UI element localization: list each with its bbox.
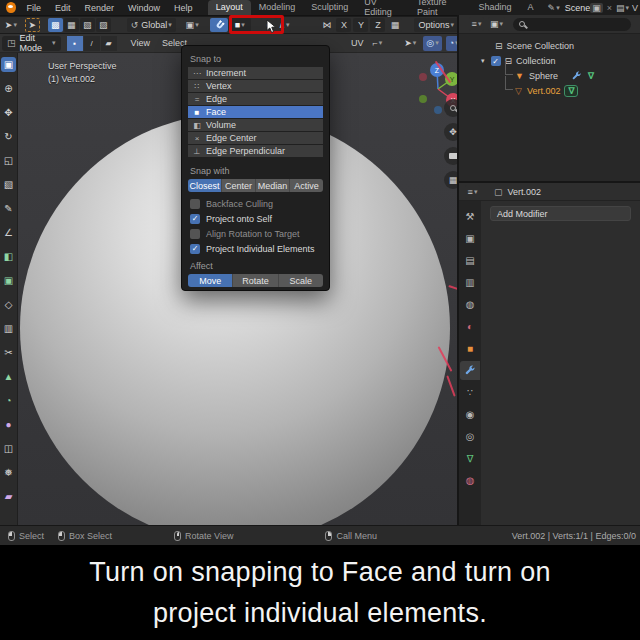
tool-shear[interactable]: ▰	[1, 489, 16, 504]
toggle-align-rotation[interactable]: Align Rotation to Target	[188, 226, 323, 241]
mirror-y-button[interactable]: Y	[353, 18, 368, 32]
menu-edit[interactable]: Edit	[48, 3, 78, 13]
tool-edge-slide[interactable]: ◫	[1, 441, 16, 456]
tab-object[interactable]: ■	[460, 339, 480, 358]
tab-particles[interactable]: ∵	[460, 383, 480, 402]
outliner-row-collection[interactable]: ▾ ✓ ⊟ Collection	[481, 54, 556, 68]
snap-item-face[interactable]: ■Face	[188, 106, 323, 118]
cursor-tool-icon[interactable]: ➤	[25, 18, 40, 32]
tab-layout[interactable]: Layout	[208, 0, 251, 15]
tab-material[interactable]: ◍	[460, 471, 480, 490]
checkbox-checked-icon[interactable]: ✓	[190, 214, 200, 224]
tab-sculpting[interactable]: Sculpting	[303, 0, 356, 15]
tab-modeling[interactable]: Modeling	[251, 0, 304, 15]
tool-transform[interactable]: ▧	[1, 177, 16, 192]
affect-scale[interactable]: Scale	[279, 274, 323, 287]
viewport-dropdown-icon[interactable]: ⌐▾	[369, 36, 385, 51]
tool-scale[interactable]: ◱	[1, 153, 16, 168]
collection-checkbox-icon[interactable]: ✓	[491, 56, 501, 66]
chevron-down-icon[interactable]: ▾	[556, 4, 560, 12]
tab-tool[interactable]: ⚒	[460, 207, 480, 226]
scene-name[interactable]: Scene	[565, 3, 591, 13]
outliner-search-input[interactable]	[513, 18, 631, 31]
select-mode-extend-icon[interactable]: ▦	[64, 18, 79, 32]
tool-move[interactable]: ✥	[1, 105, 16, 120]
options-dropdown[interactable]: Options▾	[414, 18, 458, 32]
view-layer-icon[interactable]: ▤	[616, 3, 625, 13]
affect-rotate[interactable]: Rotate	[233, 274, 278, 287]
show-gizmos-icon[interactable]: ➤▾	[401, 36, 419, 51]
outliner-display-mode-icon[interactable]: ≡▾	[469, 17, 484, 31]
snap-with-closest[interactable]: Closest	[188, 179, 222, 192]
toggle-project-individual-elements[interactable]: ✓ Project Individual Elements	[188, 241, 323, 256]
outliner-row-sphere[interactable]: ▼ Sphere ∇	[515, 69, 594, 83]
tool-spin[interactable]: ◔	[1, 393, 16, 408]
snap-target-face-icon[interactable]: ■▾	[228, 18, 251, 32]
tab-animation-cut[interactable]: A	[520, 0, 542, 15]
checkbox-icon[interactable]	[190, 229, 200, 239]
show-overlays-icon[interactable]: ◎▾	[423, 36, 441, 51]
face-select-mode-icon[interactable]: ▰	[101, 36, 117, 51]
scene-icon[interactable]: ✎	[548, 3, 556, 13]
menu-view[interactable]: View	[125, 38, 156, 48]
checkbox-icon[interactable]	[190, 199, 200, 209]
orientation-dropdown[interactable]: ↺ Global ▾	[127, 18, 176, 32]
tab-view-layer[interactable]: ▥	[460, 273, 480, 292]
outliner-filter-icon[interactable]: ▣▾	[488, 17, 505, 31]
snap-with-active[interactable]: Active	[290, 179, 323, 192]
tool-measure[interactable]: ∠	[1, 225, 16, 240]
affect-move[interactable]: Move	[188, 274, 233, 287]
mirror-z-button[interactable]: Z	[370, 18, 385, 32]
tool-shrink-fatten[interactable]: ❅	[1, 465, 16, 480]
modifier-wrench-icon[interactable]	[572, 71, 582, 81]
menu-help[interactable]: Help	[167, 3, 200, 13]
pivot-point-icon[interactable]: ▣▾	[184, 18, 201, 32]
edge-select-mode-icon[interactable]: /	[84, 36, 100, 51]
tool-rotate[interactable]: ↻	[1, 129, 16, 144]
tool-cursor[interactable]: ⊕	[1, 81, 16, 96]
snap-item-edge-perpendicular[interactable]: ⊥Edge Perpendicular	[188, 145, 323, 157]
tab-modifiers[interactable]	[460, 361, 480, 380]
gizmo-neg-x-dot[interactable]	[419, 73, 427, 81]
tab-scene[interactable]: ◍	[460, 295, 480, 314]
tool-extrude-region[interactable]: ◧	[1, 249, 16, 264]
tool-poly-build[interactable]: ▲	[1, 369, 16, 384]
outliner-row-vert002[interactable]: ▽ Vert.002 ∇	[515, 84, 578, 98]
blender-logo-icon[interactable]	[6, 2, 16, 13]
mirror-x-button[interactable]: X	[336, 18, 351, 32]
snap-with-median[interactable]: Median	[256, 179, 290, 192]
tab-object-data[interactable]: ∇	[460, 449, 480, 468]
gizmo-neg-z-dot[interactable]	[434, 106, 442, 114]
tab-world[interactable]: ◐	[460, 317, 480, 336]
select-mode-intersect-icon[interactable]: ▨	[96, 18, 111, 32]
checkbox-checked-icon[interactable]: ✓	[190, 244, 200, 254]
tab-output[interactable]: ▤	[460, 251, 480, 270]
mesh-data-icon[interactable]: ∇	[588, 71, 594, 81]
menu-render[interactable]: Render	[78, 3, 122, 13]
snap-item-edge-center[interactable]: ×Edge Center	[188, 132, 323, 144]
snap-item-edge[interactable]: =Edge	[188, 93, 323, 105]
toggle-backface-culling[interactable]: Backface Culling	[188, 196, 323, 211]
disclosure-triangle-icon[interactable]: ▾	[481, 57, 485, 65]
new-scene-icon[interactable]: ▣	[590, 3, 603, 13]
snap-item-increment[interactable]: ⋯Increment	[188, 67, 323, 79]
gizmo-neg-y-dot[interactable]	[419, 95, 427, 103]
mode-dropdown[interactable]: ◳ Edit Mode ▾	[2, 36, 61, 51]
menu-window[interactable]: Window	[121, 3, 167, 13]
tab-shading[interactable]: Shading	[471, 0, 520, 15]
toggle-perspective-icon[interactable]: ▦	[444, 171, 457, 189]
snap-item-vertex[interactable]: ∷Vertex	[188, 80, 323, 92]
vertex-select-mode-icon[interactable]: ▪	[67, 36, 83, 51]
select-mode-subtract-icon[interactable]: ▧	[80, 18, 95, 32]
mesh-data-icon[interactable]: ∇	[564, 85, 578, 97]
tool-smooth[interactable]: ●	[1, 417, 16, 432]
tool-knife[interactable]: ✂	[1, 345, 16, 360]
camera-view-icon[interactable]	[444, 147, 457, 165]
tool-inset-faces[interactable]: ▣	[1, 273, 16, 288]
proportional-falloff-icon[interactable]: ∧▾	[276, 18, 291, 32]
add-modifier-button[interactable]: Add Modifier	[490, 206, 631, 221]
tool-bevel[interactable]: ◇	[1, 297, 16, 312]
tool-loop-cut[interactable]: ▥	[1, 321, 16, 336]
active-tool-icon[interactable]: ➤▾	[3, 18, 19, 32]
tab-render[interactable]: ▣	[460, 229, 480, 248]
